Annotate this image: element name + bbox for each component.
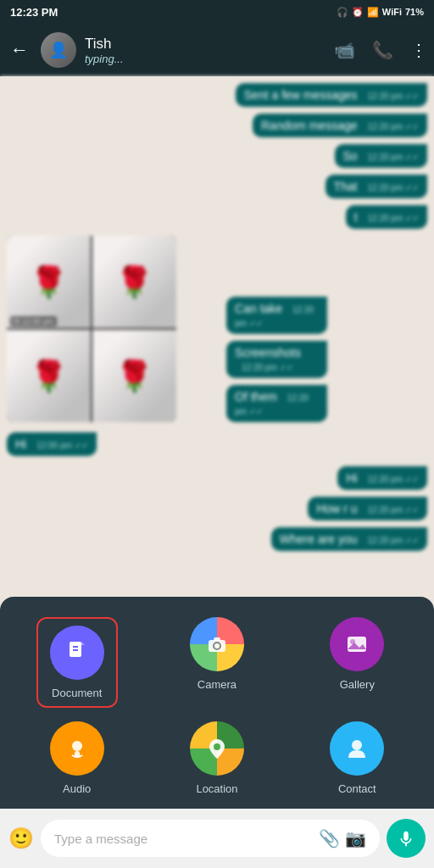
battery-icon: 71%	[405, 7, 424, 17]
attach-item-document[interactable]: Document	[36, 617, 118, 708]
alarm-icon: ⏰	[352, 7, 364, 18]
location-label: Location	[196, 782, 237, 795]
contact-label: Contact	[338, 782, 376, 795]
message-out-2: Random message 12:20 pm ✓✓	[253, 114, 427, 137]
location-icon	[190, 721, 244, 776]
attach-grid: Document Camera Gallery Audio	[14, 617, 420, 795]
message-out-9: Hi 12:20 pm ✓✓	[337, 466, 427, 490]
svg-point-10	[72, 741, 82, 751]
camera-label: Camera	[198, 678, 236, 691]
image-grid: 🌹Hi 12:00 pm 🌹 🌹 🌹	[7, 236, 176, 422]
chat-header: ← 👤 Tish typing... 📹 📞 ⋮	[0, 24, 434, 76]
attach-item-audio[interactable]: Audio	[50, 721, 104, 795]
call-icon[interactable]: 📞	[372, 40, 393, 60]
back-button[interactable]: ←	[7, 36, 32, 64]
camera-icon	[190, 617, 244, 671]
document-label: Document	[52, 687, 102, 699]
message-out-4: That 12:20 pm ✓✓	[326, 175, 427, 198]
message-input[interactable]: Type a message 📎 📷	[41, 820, 380, 857]
contact-name: Tish	[85, 36, 326, 53]
svg-rect-2	[73, 649, 78, 651]
attach-item-contact[interactable]: Contact	[330, 721, 384, 795]
contact-icon	[330, 721, 384, 776]
contact-status: typing...	[85, 53, 326, 65]
message-out-6: Can take 12:20 pm ✓✓	[226, 297, 327, 334]
status-time: 12:23 PM	[10, 6, 58, 19]
message-out-5: t 12:20 pm ✓✓	[346, 205, 427, 229]
message-out-8: Of them 12:20 pm ✓✓	[226, 385, 327, 422]
message-out-7: Screenshots 12:20 pm ✓✓	[226, 341, 327, 378]
paperclip-icon[interactable]: 📎	[319, 828, 340, 849]
svg-rect-7	[348, 637, 366, 652]
attach-item-gallery[interactable]: Gallery	[330, 617, 384, 708]
gallery-icon	[330, 617, 384, 671]
message-out-10: How r u 12:20 pm ✓✓	[308, 497, 427, 520]
attachment-panel: Document Camera Gallery Audio	[0, 597, 434, 809]
attach-item-location[interactable]: Location	[190, 721, 244, 795]
status-icons: 🎧 ⏰ 📶 WiFi 71%	[337, 7, 424, 18]
message-out-3: So 12:20 pm ✓✓	[335, 144, 428, 168]
chat-messages: Sent a few messages 12:20 pm ✓✓ Random m…	[7, 83, 427, 554]
audio-icon	[50, 721, 104, 776]
chat-area: Sent a few messages 12:20 pm ✓✓ Random m…	[0, 76, 434, 615]
message-out-11: Where are you 12:20 pm ✓✓	[271, 527, 427, 551]
input-icons: 📎 📷	[319, 828, 366, 849]
emoji-button[interactable]: 🙂	[8, 826, 34, 850]
headphone-icon: 🎧	[337, 7, 348, 18]
image-cell-2: 🌹	[92, 236, 176, 328]
gallery-label: Gallery	[340, 678, 375, 691]
contact-info: Tish typing...	[85, 36, 326, 65]
svg-rect-6	[214, 637, 220, 641]
svg-point-13	[352, 740, 362, 750]
svg-point-12	[214, 743, 220, 750]
attach-item-camera[interactable]: Camera	[190, 617, 244, 708]
wifi-icon: WiFi	[382, 7, 402, 17]
svg-marker-3	[81, 642, 85, 645]
camera-small-icon[interactable]: 📷	[345, 828, 366, 849]
message-out-1: Sent a few messages 12:20 pm ✓✓	[236, 83, 427, 107]
message-in-1: Hi 12:00 pm ✓✓	[7, 432, 97, 456]
image-cell-4: 🌹	[92, 330, 176, 422]
more-options-icon[interactable]: ⋮	[410, 40, 427, 60]
mic-button[interactable]	[387, 819, 426, 858]
document-icon	[50, 626, 104, 680]
image-cell-1: 🌹Hi 12:00 pm	[7, 236, 91, 328]
audio-label: Audio	[63, 782, 91, 795]
avatar[interactable]: 👤	[41, 32, 76, 68]
bottom-bar: 🙂 Type a message 📎 📷	[0, 809, 434, 868]
video-call-icon[interactable]: 📹	[334, 40, 355, 60]
svg-rect-1	[73, 646, 78, 648]
image-cell-3: 🌹	[7, 330, 91, 422]
header-actions: 📹 📞 ⋮	[334, 40, 427, 60]
message-placeholder: Type a message	[54, 832, 147, 846]
signal-icon: 📶	[367, 7, 379, 18]
status-bar: 12:23 PM 🎧 ⏰ 📶 WiFi 71%	[0, 0, 434, 24]
